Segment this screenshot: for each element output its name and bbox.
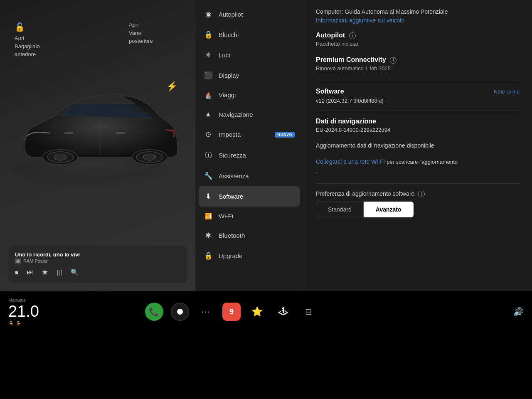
bluetooth-icon: ✱ bbox=[204, 231, 213, 240]
divider-1 bbox=[316, 81, 520, 81]
pref-standard-button[interactable]: Standard bbox=[316, 202, 364, 217]
nav-item-blocchi[interactable]: 🔒 Blocchi bbox=[195, 25, 303, 45]
premium-info-icon[interactable]: i bbox=[390, 57, 397, 64]
nav-item-autopilot[interactable]: ◉ Autopilot bbox=[195, 4, 303, 25]
luci-icon: ✳ bbox=[204, 51, 213, 59]
nav-label-luci: Luci bbox=[219, 52, 295, 59]
nav-item-software[interactable]: ⬇ Software bbox=[199, 186, 300, 207]
left-panel: 🔓 Apri Bagagliaio anteriore Apri Vano po… bbox=[0, 0, 195, 291]
music-subtitle: ▣ RAM Power bbox=[15, 259, 180, 264]
apri-label: Apri bbox=[15, 35, 24, 41]
blocchi-icon: 🔒 bbox=[204, 30, 213, 39]
volume-icon[interactable]: 🔊 bbox=[513, 307, 524, 317]
seat-icon-right: 🪑 bbox=[16, 321, 22, 326]
music-artist: RAM Power bbox=[23, 259, 48, 264]
equalizer-button[interactable]: ||| bbox=[57, 269, 62, 276]
nav-item-sicurezza[interactable]: ⓘ Sicurezza bbox=[195, 145, 303, 166]
taskbar: Manuale 21.0 🪑 🪑 📞 ··· 9 ⭐ 🕹 ⊟ 🔊 bbox=[0, 291, 532, 332]
premium-connectivity-title: Premium Connectivity i bbox=[316, 56, 520, 64]
vehicle-info-link[interactable]: Informazioni aggiuntive sul veicolo bbox=[316, 17, 404, 24]
nav-item-upgrade[interactable]: 🔒 Upgrade bbox=[195, 246, 303, 266]
temp-value[interactable]: 21.0 bbox=[8, 303, 39, 319]
nav-label-viaggi: Viaggi bbox=[219, 91, 295, 99]
more-icon[interactable]: ··· bbox=[197, 303, 215, 321]
update-pref-info-icon[interactable]: i bbox=[418, 191, 425, 197]
camera-icon[interactable] bbox=[171, 303, 189, 321]
update-preference-section: Preferenza di aggiornamento software i S… bbox=[316, 190, 520, 217]
nav-update-label: Aggiornamento dati di navigazione dispon… bbox=[316, 142, 520, 149]
autopilot-icon: ◉ bbox=[204, 10, 213, 19]
wifi-connect-row: Collegarsi a una rete Wi-Fi per scaricar… bbox=[316, 158, 520, 165]
nav-label-navigazione: Navigazione bbox=[219, 111, 295, 118]
nav-label-blocchi: Blocchi bbox=[219, 31, 295, 38]
music-controls: ■ ⏭ ★ ||| 🔍 bbox=[15, 268, 180, 277]
sicurezza-icon: ⓘ bbox=[204, 150, 213, 160]
update-pref-label: Preferenza di aggiornamento software i bbox=[316, 190, 520, 197]
vano-word: Vano bbox=[129, 30, 141, 36]
note-rilascio-link[interactable]: Note di rila bbox=[494, 89, 520, 95]
calendar-icon[interactable]: 9 bbox=[222, 303, 241, 321]
nav-data-value: EU-2024.8-14900-229a222d94 bbox=[316, 127, 520, 133]
bottom-area bbox=[0, 332, 532, 399]
premium-connectivity-section: Premium Connectivity i Rinnovo automatic… bbox=[316, 56, 520, 71]
wifi-connect-link[interactable]: Collegarsi a una rete Wi-Fi bbox=[316, 158, 385, 165]
nav-data-section: Dati di navigazione EU-2024.8-14900-229a… bbox=[316, 118, 520, 133]
dot-separator: · bbox=[316, 168, 520, 177]
search-button[interactable]: 🔍 bbox=[71, 268, 79, 276]
joystick-icon[interactable]: 🕹 bbox=[274, 303, 292, 321]
svg-rect-9 bbox=[64, 132, 74, 134]
next-button[interactable]: ⏭ bbox=[27, 268, 33, 276]
software-title-row: Software Note di rila bbox=[316, 88, 520, 95]
temp-mode-label: Manuale bbox=[8, 298, 26, 303]
nav-label-autopilot: Autopilot bbox=[219, 11, 295, 18]
svg-rect-8 bbox=[116, 132, 126, 134]
phone-icon[interactable]: 📞 bbox=[145, 303, 163, 321]
favorite-button[interactable]: ★ bbox=[42, 268, 48, 277]
temperature-display: Manuale 21.0 🪑 🪑 bbox=[8, 298, 39, 326]
info-panel: Computer: Guida Autonoma al Massimo Pote… bbox=[303, 0, 532, 291]
taskbar-right: 🔊 bbox=[513, 307, 524, 317]
nav-item-luci[interactable]: ✳ Luci bbox=[195, 45, 303, 65]
autopilot-value: Pacchetto incluso bbox=[316, 41, 520, 47]
nav-item-assistenza[interactable]: 🔧 Assistenza bbox=[195, 166, 303, 186]
divider-2 bbox=[316, 111, 520, 111]
imposta-icon: ⊙ bbox=[204, 130, 213, 139]
nav-label-wifi: Wi-Fi bbox=[219, 212, 295, 219]
divider-3 bbox=[316, 183, 520, 184]
games-icon[interactable]: ⭐ bbox=[248, 303, 266, 321]
nuovo-badge: NUOVO bbox=[275, 132, 295, 138]
nav-item-viaggi[interactable]: ⛵ Viaggi bbox=[195, 86, 303, 104]
nav-label-bluetooth: Bluetooth bbox=[219, 232, 295, 239]
nav-data-title: Dati di navigazione bbox=[316, 118, 520, 125]
temp-unit: 🪑 🪑 bbox=[8, 320, 22, 326]
ram-icon: ▣ bbox=[15, 259, 21, 264]
autopilot-info-icon[interactable]: i bbox=[349, 32, 356, 39]
unlock-icon: 🔓 bbox=[15, 21, 40, 33]
svg-point-4 bbox=[54, 154, 66, 160]
autopilot-label: Autopilot bbox=[316, 32, 345, 39]
charging-icon: ⚡ bbox=[166, 81, 177, 92]
nav-item-wifi[interactable]: 📶 Wi-Fi bbox=[195, 207, 303, 225]
nav-item-display[interactable]: ⬛ Display bbox=[195, 65, 303, 86]
wifi-icon: 📶 bbox=[204, 213, 213, 219]
nav-panel: ◉ Autopilot 🔒 Blocchi ✳ Luci ⬛ Display ⛵… bbox=[195, 0, 303, 291]
nav-item-bluetooth[interactable]: ✱ Bluetooth bbox=[195, 225, 303, 246]
music-player: Uno lo ricordi, uno lo vivi ▣ RAM Power … bbox=[8, 246, 187, 283]
viaggi-icon: ⛵ bbox=[204, 92, 213, 99]
nav-item-navigazione[interactable]: ▲ Navigazione bbox=[195, 104, 303, 124]
software-version: v12 (2024.32.7 3f0d0fff88fd) bbox=[316, 98, 520, 104]
monitor-icon[interactable]: ⊟ bbox=[300, 303, 318, 321]
upgrade-icon: 🔒 bbox=[204, 251, 213, 260]
pref-avanzato-button[interactable]: Avanzato bbox=[364, 202, 414, 217]
stop-button[interactable]: ■ bbox=[15, 269, 18, 276]
computer-label: Computer: Guida Autonoma al Massimo Pote… bbox=[316, 8, 520, 15]
nav-label-software: Software bbox=[219, 193, 295, 200]
premium-connectivity-value: Rinnovo automatico 1 feb 2025 bbox=[316, 65, 520, 71]
autopilot-title: Autopilot i bbox=[316, 32, 520, 39]
premium-connectivity-label: Premium Connectivity bbox=[316, 56, 386, 63]
music-title: Uno lo ricordi, uno lo vivi bbox=[15, 251, 180, 258]
seat-icon-left: 🪑 bbox=[8, 321, 14, 326]
software-icon: ⬇ bbox=[204, 192, 213, 201]
nav-item-imposta[interactable]: ⊙ Imposta NUOVO bbox=[195, 124, 303, 145]
wifi-suffix: per scaricare l'aggiornamento bbox=[387, 159, 458, 165]
